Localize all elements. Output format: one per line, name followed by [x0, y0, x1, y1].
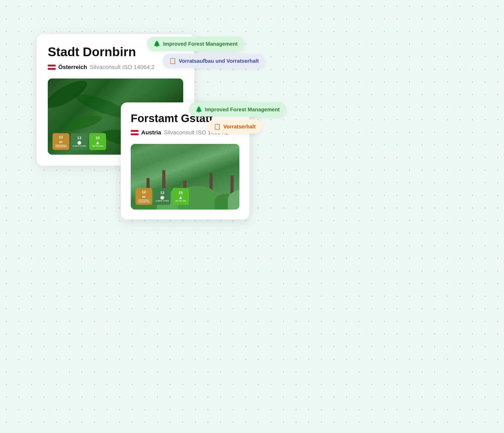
clipboard-icon-1: 📋 — [169, 58, 176, 64]
card1-meta: Österreich Silvaconsult ISO 14064:2 — [48, 64, 183, 71]
forest-icon-2: 🌲 — [195, 106, 202, 113]
sdg-badge-13-card1: 13 ◉ CLIMATE ACTION — [71, 133, 88, 150]
card1-sdg-badges: 12 ∞ RESPONSIBLE CONSUMPTION 13 ◉ CLIMAT… — [52, 133, 106, 150]
chip-vorratserhalt[interactable]: 📋 Vorratserhalt — [207, 119, 262, 134]
sdg-badge-12-card2: 12 ∞ RESPONSIBLE CONSUMPTION — [135, 188, 152, 205]
card2-image: 12 ∞ RESPONSIBLE CONSUMPTION 13 ◉ CLIMAT… — [131, 144, 239, 210]
shrub-5 — [228, 190, 239, 210]
chip-vorratsaufbau[interactable]: 📋 Vorratsaufbau und Vorratserhalt — [163, 54, 265, 68]
needle-3 — [60, 113, 104, 134]
card2-country: Austria — [141, 129, 161, 136]
forest-icon-1: 🌲 — [153, 40, 160, 47]
chip-improved-forest-2[interactable]: 🌲 Improved Forest Management — [189, 102, 286, 117]
sdg-badge-12-card1: 12 ∞ RESPONSIBLE CONSUMPTION — [52, 133, 69, 150]
sdg-badge-15-card1: 15 ▲ LIFE ON LAND — [89, 133, 106, 150]
sdg-badge-13-card2: 13 ◉ CLIMATE ACTION — [154, 188, 171, 205]
card1-country: Österreich — [58, 64, 87, 71]
background: 🌲 Improved Forest Management 📋 Vorratsau… — [0, 0, 504, 433]
card1-cert: Silvaconsult ISO 14064:2 — [90, 64, 155, 71]
chip-label-3: Improved Forest Management — [205, 107, 280, 113]
card2-sdg-badges: 12 ∞ RESPONSIBLE CONSUMPTION 13 ◉ CLIMAT… — [135, 188, 189, 205]
chip-label-2: Vorratsaufbau und Vorratserhalt — [179, 58, 259, 64]
austria-flag-1 — [48, 65, 56, 70]
sdg-badge-15-card2: 15 ▲ LIFE ON LAND — [172, 188, 189, 205]
chip-label-1: Improved Forest Management — [163, 41, 238, 47]
chip-label-4: Vorratserhalt — [223, 124, 256, 130]
clipboard-icon-2: 📋 — [214, 123, 221, 130]
austria-flag-2 — [131, 130, 139, 135]
chip-improved-forest-1[interactable]: 🌲 Improved Forest Management — [147, 37, 244, 51]
